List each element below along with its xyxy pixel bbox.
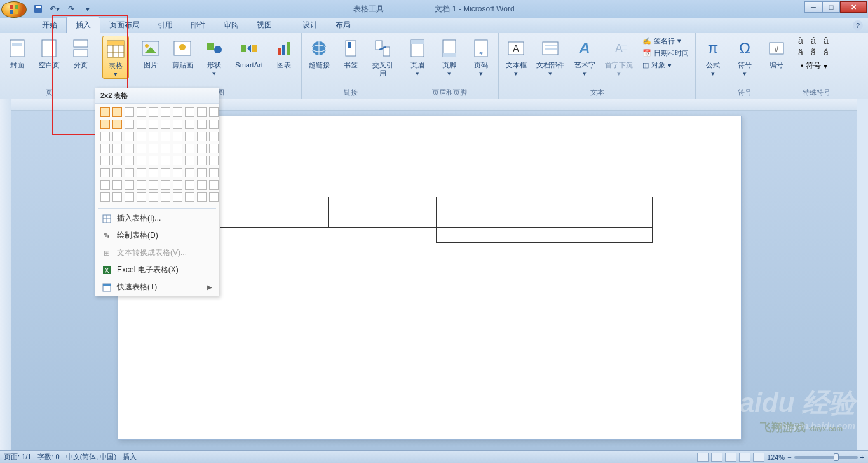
ribbon-tabs: 开始 插入 页面布局 引用 邮件 审阅 视图 设计 布局 ? (0, 18, 868, 33)
svg-rect-27 (278, 48, 281, 55)
dropcap-button: A首字下沉▾ (603, 36, 635, 78)
wordart-button[interactable]: A艺术字▾ (571, 36, 598, 78)
group-headerfooter: 页眉▾ 页脚▾ #页码▾ 页眉和页脚 (400, 33, 499, 99)
svg-point-18 (145, 44, 149, 48)
svg-marker-25 (247, 45, 251, 52)
maximize-button[interactable]: □ (822, 1, 840, 13)
svg-rect-10 (74, 50, 88, 57)
svg-text:A: A (615, 42, 623, 55)
help-icon[interactable]: ? (853, 20, 863, 31)
dropdown-header: 2x2 表格 (95, 88, 219, 99)
header-button[interactable]: 页眉▾ (404, 36, 431, 78)
title-bar: ↶▾ ↷ ▾ 表格工具 文档 1 - Microsoft Word ─ □ ✕ (0, 0, 868, 18)
svg-rect-0 (10, 5, 13, 9)
group-text-label: 文本 (503, 86, 691, 97)
svg-rect-24 (241, 45, 246, 52)
svg-rect-34 (348, 42, 351, 48)
save-icon[interactable] (32, 3, 44, 15)
qat-more-icon[interactable]: ▾ (81, 3, 94, 15)
tab-insert[interactable]: 插入 (66, 17, 100, 33)
object-icon: ◫ (642, 61, 649, 69)
svg-rect-1 (15, 5, 18, 9)
page-break-button[interactable]: 分页 (67, 36, 94, 69)
svg-rect-40 (443, 53, 456, 57)
svg-text:A: A (513, 43, 519, 53)
tab-review[interactable]: 审阅 (215, 17, 248, 33)
svg-rect-36 (383, 47, 390, 56)
svg-rect-7 (12, 43, 22, 46)
svg-rect-29 (287, 42, 290, 55)
group-hf-label: 页眉和页脚 (404, 86, 494, 97)
svg-rect-2 (10, 10, 13, 14)
document-title: 文档 1 - Microsoft Word (435, 4, 514, 15)
svg-rect-3 (15, 10, 18, 14)
tab-home[interactable]: 开始 (33, 17, 66, 33)
group-text: A文本框▾ 文档部件▾ A艺术字▾ A首字下沉▾ ✍签名行 ▾ 📅日期和时间 ◫… (499, 33, 696, 99)
svg-rect-16 (107, 41, 124, 45)
undo-icon[interactable]: ↶▾ (48, 3, 61, 15)
equation-button[interactable]: π公式▾ (700, 36, 726, 78)
svg-rect-26 (252, 45, 257, 52)
datetime-button[interactable]: 📅日期和时间 (640, 48, 691, 59)
office-button[interactable] (1, 1, 27, 18)
parts-button[interactable]: 文档部件▾ (534, 36, 566, 78)
group-pages: 封面 空白页 分页 页 (0, 33, 98, 99)
hyperlink-button[interactable]: 超链接 (306, 36, 332, 69)
pageno-button[interactable]: #页码▾ (468, 36, 494, 78)
signature-button[interactable]: ✍签名行 ▾ (640, 36, 691, 46)
minimize-button[interactable]: ─ (804, 1, 822, 13)
group-links: 超链接 书签 交叉引用 链接 (302, 33, 400, 99)
svg-rect-22 (207, 43, 214, 50)
context-tab-title: 表格工具 (353, 4, 384, 15)
smartart-button[interactable]: SmartArt (233, 36, 266, 69)
group-pages-label: 页 (4, 86, 94, 97)
group-special: àáâäãå • 符号 ▾ 特殊符号 (794, 33, 839, 99)
svg-rect-28 (282, 45, 285, 55)
cover-page-button[interactable]: 封面 (4, 36, 31, 69)
symbol-button[interactable]: Ω符号▾ (731, 36, 758, 78)
picture-button[interactable]: 图片 (137, 36, 164, 69)
tab-mailings[interactable]: 邮件 (182, 17, 215, 33)
svg-point-21 (179, 44, 186, 50)
calendar-icon: 📅 (642, 49, 651, 57)
tab-design[interactable]: 设计 (294, 17, 327, 33)
svg-text:#: # (775, 45, 779, 53)
tab-layout[interactable]: 布局 (327, 17, 360, 33)
group-symbols-label: 符号 (700, 86, 790, 97)
clipart-button[interactable]: 剪贴画 (169, 36, 196, 69)
svg-text:#: # (479, 50, 482, 57)
svg-text:A: A (578, 39, 590, 57)
group-links-label: 链接 (306, 86, 396, 97)
svg-rect-9 (74, 40, 88, 47)
shapes-button[interactable]: 形状▾ (201, 36, 227, 78)
more-symbols-button[interactable]: • 符号 ▾ (798, 60, 835, 72)
tab-page-layout[interactable]: 页面布局 (100, 17, 149, 33)
table-button[interactable]: 表格▾ (102, 36, 129, 79)
table-dropdown: 2x2 表格 插入表格(I)... ✎绘制表格(D) ⊞文本转换成表格(V)..… (95, 88, 219, 99)
symbol-palette[interactable]: àáâäãå (798, 36, 835, 57)
svg-rect-6 (10, 40, 24, 57)
svg-point-23 (214, 46, 222, 53)
svg-rect-5 (36, 6, 41, 8)
close-button[interactable]: ✕ (840, 1, 867, 13)
object-button[interactable]: ◫对象 ▾ (640, 60, 691, 71)
cross-ref-button[interactable]: 交叉引用 (369, 36, 396, 78)
number-button[interactable]: #编号 (763, 36, 790, 69)
quick-access-toolbar: ↶▾ ↷ ▾ (32, 3, 94, 15)
svg-rect-38 (411, 40, 424, 44)
blank-page-button[interactable]: 空白页 (36, 36, 62, 69)
tab-view[interactable]: 视图 (248, 17, 281, 33)
signature-icon: ✍ (642, 37, 651, 45)
textbox-button[interactable]: A文本框▾ (503, 36, 529, 78)
group-special-label: 特殊符号 (798, 86, 835, 97)
svg-rect-8 (42, 40, 56, 57)
group-symbols: π公式▾ Ω符号▾ #编号 符号 (696, 33, 794, 99)
tab-references[interactable]: 引用 (149, 17, 182, 33)
redo-icon[interactable]: ↷ (65, 3, 78, 15)
bookmark-button[interactable]: 书签 (337, 36, 364, 69)
footer-button[interactable]: 页脚▾ (436, 36, 463, 78)
chart-button[interactable]: 图表 (271, 36, 297, 69)
svg-rect-35 (376, 41, 382, 50)
